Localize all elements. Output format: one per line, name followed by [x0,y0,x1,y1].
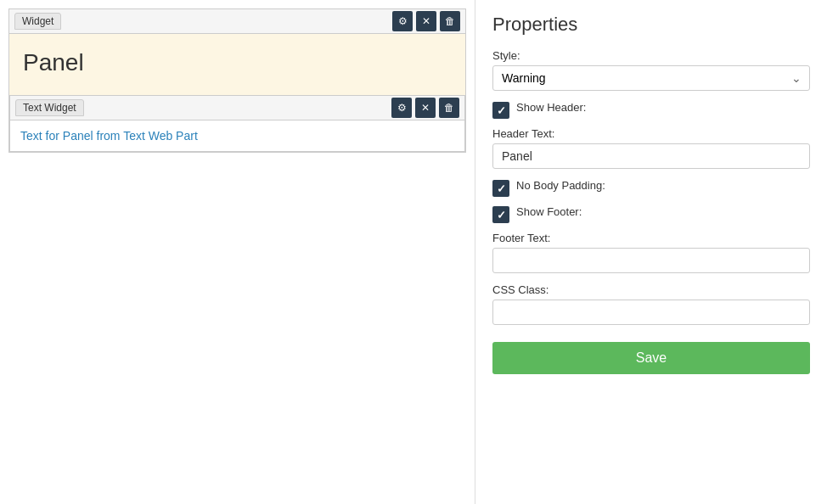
footer-text-group: Footer Text: [492,232,810,273]
text-widget-container: Text Widget ⚙ ✕ 🗑 Text for Panel from Te… [9,95,465,152]
show-header-row: ✓ Show Header: [492,101,810,119]
text-widget-settings-button[interactable]: ⚙ [391,98,412,118]
style-group: Style: Default Primary Success Info Warn… [492,49,810,91]
save-button[interactable]: Save [492,342,810,374]
css-class-label: CSS Class: [492,283,810,296]
footer-text-input[interactable] [492,248,810,273]
show-header-label: Show Header: [516,101,586,115]
text-widget-expand-button[interactable]: ✕ [415,98,436,118]
widget-delete-button[interactable]: 🗑 [440,11,460,31]
css-class-group: CSS Class: [492,283,810,325]
header-text-input[interactable] [492,143,810,169]
header-text-label: Header Text: [492,127,810,140]
style-select-wrapper: Default Primary Success Info Warning Dan… [492,65,810,91]
widget-settings-button[interactable]: ⚙ [392,11,413,31]
text-widget-tab-label: Text Widget [15,99,84,116]
no-body-padding-row: ✓ No Body Padding: [492,179,810,197]
header-text-group: Header Text: [492,127,810,169]
footer-text-label: Footer Text: [492,232,810,244]
style-select[interactable]: Default Primary Success Info Warning Dan… [492,65,810,91]
left-panel: Widget ⚙ ✕ 🗑 Panel Text Widget ⚙ ✕ 🗑 Tex… [0,0,475,504]
text-widget-body: Text for Panel from Text Web Part [10,120,464,151]
widget-container: Widget ⚙ ✕ 🗑 Panel Text Widget ⚙ ✕ 🗑 Tex… [8,8,466,153]
show-footer-label: Show Footer: [516,205,582,220]
style-label: Style: [492,49,810,62]
widget-toolbar: ⚙ ✕ 🗑 [392,11,460,31]
no-body-padding-checkbox[interactable]: ✓ [492,180,509,197]
widget-tab-label: Widget [14,13,61,30]
panel-header: Panel [9,34,465,95]
checkmark-icon: ✓ [497,104,506,117]
css-class-input[interactable] [492,300,810,325]
no-body-padding-label: No Body Padding: [516,179,605,193]
properties-title: Properties [492,14,810,36]
show-footer-checkbox[interactable]: ✓ [492,206,509,223]
text-widget-delete-button[interactable]: 🗑 [439,98,459,118]
widget-expand-button[interactable]: ✕ [416,11,436,31]
text-widget-tab-bar: Text Widget ⚙ ✕ 🗑 [10,96,464,120]
right-panel: Properties Style: Default Primary Succes… [475,0,827,504]
panel-title: Panel [23,49,84,76]
text-widget-content: Text for Panel from Text Web Part [20,129,198,143]
checkmark-icon-3: ✓ [497,209,506,221]
widget-tab-bar: Widget ⚙ ✕ 🗑 [9,9,465,34]
checkmark-icon-2: ✓ [497,182,506,195]
show-footer-row: ✓ Show Footer: [492,205,810,223]
show-header-checkbox[interactable]: ✓ [492,102,509,119]
text-widget-toolbar: ⚙ ✕ 🗑 [391,98,459,118]
